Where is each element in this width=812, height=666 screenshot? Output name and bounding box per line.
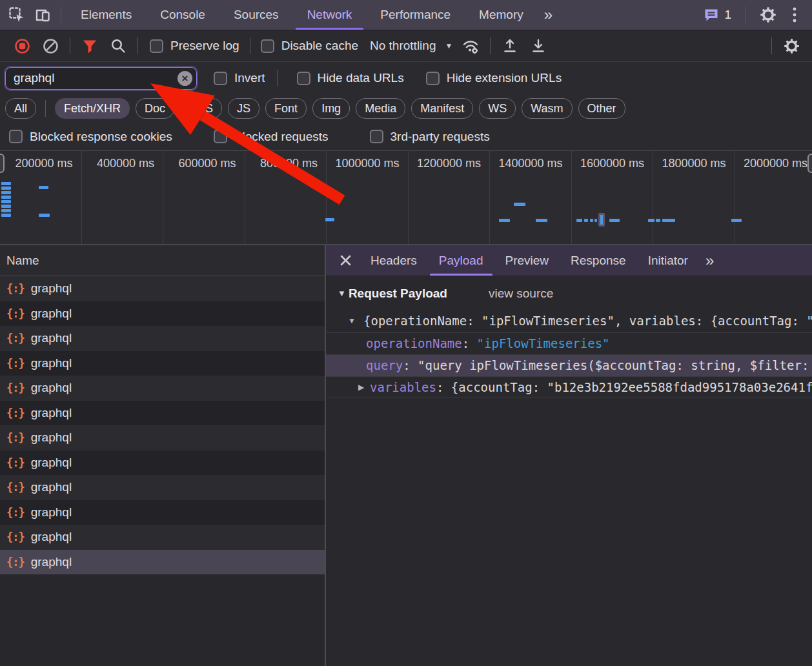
filter-chip-manifest[interactable]: Manifest	[411, 98, 473, 119]
tab-performance[interactable]: Performance	[366, 0, 465, 30]
table-row[interactable]: {:}graphql	[0, 301, 325, 327]
view-source-link[interactable]: view source	[489, 287, 553, 301]
clear-network-log-button[interactable]	[36, 32, 65, 60]
filter-input[interactable]	[5, 67, 197, 90]
overview-left-handle[interactable]	[0, 154, 5, 173]
table-row[interactable]: {:}graphql	[0, 475, 325, 500]
json-token-key: variables	[370, 380, 436, 394]
timeline-bar	[1, 205, 11, 208]
export-har-button[interactable]	[524, 32, 553, 60]
record-network-log-button[interactable]	[8, 32, 36, 60]
tab-sources[interactable]: Sources	[219, 0, 293, 30]
table-row[interactable]: {:}graphql	[0, 276, 325, 301]
table-row[interactable]: {:}graphql	[0, 525, 325, 550]
more-filters-row: Blocked response cookiesBlocked requests…	[0, 123, 812, 150]
more-panels-button[interactable]: »	[538, 7, 559, 23]
clear-icon	[42, 37, 59, 55]
clear-filter-icon[interactable]: ×	[178, 71, 192, 86]
issues-button[interactable]: 1	[698, 8, 736, 23]
payload-tree-row[interactable]: query: "query ipFlowTimeseries($accountT…	[326, 354, 812, 376]
inspect-element-button[interactable]	[4, 2, 30, 28]
blocked-requests-label: Blocked requests	[234, 130, 329, 144]
filter-chip-media[interactable]: Media	[356, 98, 405, 119]
payload-tree-row[interactable]: ▼{operationName: "ipFlowTimeseries", var…	[326, 310, 812, 332]
details-tab-preview[interactable]: Preview	[494, 245, 560, 276]
timeline-bar	[584, 219, 588, 222]
table-row[interactable]: {:}graphql	[0, 425, 325, 450]
close-details-button[interactable]	[331, 247, 360, 275]
hide-data-urls-checkbox[interactable]: Hide data URLs	[297, 71, 404, 85]
payload-tree-row[interactable]: operationName: "ipFlowTimeseries"	[326, 332, 812, 354]
table-row[interactable]: {:}graphql	[0, 450, 325, 476]
invert-checkbox[interactable]: Invert	[214, 71, 265, 85]
filter-chip-all[interactable]: All	[5, 98, 36, 119]
details-tab-payload[interactable]: Payload	[428, 245, 494, 276]
blocked-response-cookies-checkbox[interactable]: Blocked response cookies	[9, 130, 172, 144]
request-name: graphql	[31, 307, 72, 321]
fetch-xhr-icon: {:}	[6, 407, 25, 419]
fetch-xhr-icon: {:}	[6, 556, 25, 569]
table-row[interactable]: {:}graphql	[0, 500, 325, 525]
expand-triangle-icon[interactable]: ▶	[358, 377, 364, 398]
divider	[490, 37, 491, 54]
device-toolbar-button[interactable]	[30, 2, 56, 28]
details-tab-response[interactable]: Response	[560, 245, 637, 276]
filter-chip-css[interactable]: CSS	[180, 98, 222, 119]
search-icon	[110, 37, 127, 54]
checkbox-box	[214, 130, 227, 143]
disable-cache-checkbox[interactable]: Disable cache	[261, 39, 358, 53]
table-row[interactable]: {:}graphql	[0, 401, 325, 426]
details-tab-initiator[interactable]: Initiator	[637, 245, 699, 276]
network-settings-button[interactable]	[777, 32, 806, 60]
table-row[interactable]: {:}graphql	[0, 376, 325, 401]
filter-funnel-icon	[81, 38, 98, 54]
filter-toggle-button[interactable]	[76, 32, 104, 60]
details-tab-headers[interactable]: Headers	[360, 245, 428, 276]
preserve-log-label: Preserve log	[170, 39, 239, 53]
more-details-tabs-button[interactable]: »	[699, 253, 720, 268]
json-token-plain: :	[436, 380, 451, 394]
gear-icon	[784, 38, 800, 54]
filter-chip-ws[interactable]: WS	[479, 98, 516, 119]
kebab-menu-button[interactable]	[785, 2, 804, 28]
payload-tree-row[interactable]: ▶variables: {accountTag: "b12e3b2192ee55…	[326, 376, 812, 398]
filter-chip-img[interactable]: Img	[312, 98, 350, 119]
table-row[interactable]: {:}graphql	[0, 351, 325, 376]
import-har-button[interactable]	[496, 32, 524, 60]
filter-chip-wasm[interactable]: Wasm	[522, 98, 572, 119]
name-column-header[interactable]: Name	[0, 245, 325, 276]
checkbox-box	[150, 39, 163, 53]
table-row[interactable]: {:}graphql	[0, 326, 325, 351]
request-name: graphql	[31, 456, 72, 470]
filter-chip-fetch-xhr[interactable]: Fetch/XHR	[55, 98, 130, 119]
hide-extension-urls-checkbox[interactable]: Hide extension URLs	[426, 71, 562, 85]
timeline-bar	[648, 219, 655, 222]
blocked-requests-checkbox[interactable]: Blocked requests	[214, 130, 329, 144]
overview-right-handle[interactable]	[807, 154, 812, 173]
filter-chip-other[interactable]: Other	[578, 98, 625, 119]
settings-button[interactable]	[755, 2, 781, 28]
payload-tree: ▼{operationName: "ipFlowTimeseries", var…	[326, 310, 812, 398]
filter-chip-font[interactable]: Font	[265, 98, 307, 119]
preserve-log-checkbox[interactable]: Preserve log	[150, 39, 239, 53]
checkbox-box	[214, 72, 227, 85]
tab-elements[interactable]: Elements	[66, 0, 146, 30]
collapse-triangle-icon[interactable]: ▼	[348, 310, 356, 332]
search-button[interactable]	[104, 32, 132, 60]
tab-network[interactable]: Network	[293, 0, 367, 30]
timeline-bar	[499, 219, 510, 222]
request-name: graphql	[31, 381, 72, 395]
tab-console[interactable]: Console	[146, 0, 219, 30]
timeline-sections: 200000 ms400000 ms600000 ms800000 ms1000…	[0, 151, 812, 244]
filter-chip-js[interactable]: JS	[228, 98, 259, 119]
blocked-response-cookies-label: Blocked response cookies	[30, 130, 172, 144]
disable-cache-label: Disable cache	[281, 39, 358, 53]
divider	[137, 37, 138, 54]
request-payload-section-header[interactable]: ▼ Request Payload view source	[326, 276, 812, 310]
tab-memory[interactable]: Memory	[465, 0, 538, 30]
table-row[interactable]: {:}graphql	[0, 550, 325, 575]
throttling-dropdown[interactable]: No throttling ▼	[370, 39, 452, 53]
filter-chip-doc[interactable]: Doc	[136, 98, 174, 119]
3rd-party-requests-checkbox[interactable]: 3rd-party requests	[370, 130, 490, 144]
network-conditions-button[interactable]	[456, 32, 485, 60]
